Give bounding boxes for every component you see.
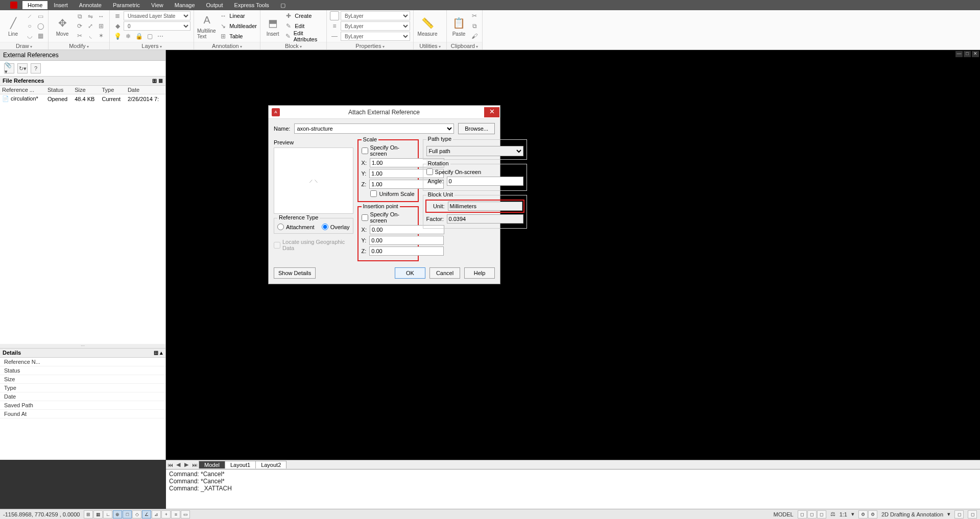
tab-layout1[interactable]: Layout1 (225, 461, 256, 468)
osnap-button[interactable]: □ (123, 510, 132, 518)
canvas-minimize-button[interactable]: — (955, 51, 963, 57)
xref-refresh-button[interactable]: ↻▾ (17, 63, 28, 73)
utilities-panel-title[interactable]: Utilities (414, 42, 446, 50)
linetype-select[interactable]: ByLayer (341, 32, 410, 41)
menu-tab-output[interactable]: Output (201, 1, 228, 9)
canvas-close-button[interactable]: ✕ (972, 51, 979, 57)
col-date[interactable]: Date (126, 86, 165, 94)
layer-state-select[interactable]: Unsaved Layer State (124, 11, 190, 20)
arc-icon[interactable]: ◡ (25, 31, 34, 40)
status-btn-3[interactable]: ◻ (817, 510, 826, 518)
properties-panel-title[interactable]: Properties (327, 42, 413, 50)
measure-button[interactable]: 📏Measure (417, 12, 438, 40)
line-button[interactable]: ╱Line (3, 12, 23, 40)
help-button[interactable]: Help (464, 267, 495, 279)
xref-table[interactable]: Reference ... Status Size Type Date 📄 ci… (0, 86, 165, 336)
ok-button[interactable]: OK (395, 267, 425, 279)
menu-tab-manage[interactable]: Manage (170, 1, 200, 9)
tab-model[interactable]: Model (199, 461, 225, 468)
draw-panel-title[interactable]: Draw (0, 42, 48, 50)
insert-button[interactable]: ⬒Insert (264, 12, 282, 40)
menu-tab-home[interactable]: Home (22, 1, 47, 9)
trim-icon[interactable]: ✂ (75, 31, 84, 40)
ortho-button[interactable]: ∟ (103, 510, 112, 518)
mtext-button[interactable]: AMultiline Text (197, 12, 217, 40)
menu-tab-express[interactable]: Express Tools (229, 1, 274, 9)
layer-lock-icon[interactable]: 🔒 (134, 32, 144, 41)
command-line[interactable]: Command: *Cancel* Command: *Cancel* Comm… (166, 469, 980, 510)
tab-prev-button[interactable]: ◀ (174, 461, 182, 468)
model-space-label[interactable]: MODEL (774, 511, 794, 517)
anno-scale[interactable]: 1:1 (840, 511, 847, 517)
move-button[interactable]: ✥Move (52, 12, 73, 40)
layer-current-select[interactable]: 0 (124, 21, 190, 31)
insertion-z-input[interactable] (369, 246, 444, 256)
dyn-button[interactable]: + (161, 510, 171, 518)
menu-tab-insert[interactable]: Insert (49, 1, 73, 9)
array-icon[interactable]: ⊞ (97, 21, 106, 31)
snap-button[interactable]: ⊞ (84, 510, 93, 518)
mirror-icon[interactable]: ⇋ (86, 12, 95, 21)
col-type[interactable]: Type (100, 86, 125, 94)
lineweight-select[interactable]: ByLayer (341, 21, 410, 31)
linetype-icon[interactable]: — (330, 32, 339, 41)
layout-hscroll[interactable] (432, 461, 980, 469)
xref-help-button[interactable]: ? (31, 63, 41, 73)
layerprop-icon[interactable]: ≣ (113, 11, 122, 20)
circle-icon[interactable]: ○ (25, 21, 34, 31)
details-view-toggle[interactable]: ⊞ ▴ (154, 350, 163, 356)
layer-off-icon[interactable]: 💡 (113, 32, 122, 41)
scale-specify-checkbox[interactable]: Specify On-screen (362, 144, 415, 157)
block-editattr-button[interactable]: ✎Edit Attributes (284, 32, 323, 41)
block-panel-title[interactable]: Block (260, 42, 326, 50)
copy-clip-icon[interactable]: ⧉ (470, 21, 479, 31)
block-edit-button[interactable]: ✎Edit (284, 21, 323, 31)
status-btn-6[interactable]: ◻ (954, 510, 964, 518)
ellipse-icon[interactable]: ◯ (36, 21, 45, 31)
paste-button[interactable]: 📋Paste (450, 12, 468, 40)
status-btn-4[interactable]: ⚙ (858, 510, 868, 518)
xref-splitter[interactable]: ⋯ (0, 344, 165, 348)
status-btn-2[interactable]: ◻ (807, 510, 817, 518)
linear-dim-button[interactable]: ↔Linear (219, 11, 257, 20)
menu-tab-view[interactable]: View (146, 1, 169, 9)
col-reference[interactable]: Reference ... (0, 86, 45, 94)
anno-scale-icon[interactable]: ⚖ (830, 511, 835, 517)
ducs-button[interactable]: ⊿ (152, 510, 161, 518)
show-details-button[interactable]: Show Details (274, 267, 316, 279)
name-select[interactable]: axon-structure (294, 123, 454, 134)
col-status[interactable]: Status (45, 86, 73, 94)
path-type-select[interactable]: Full path (426, 146, 523, 156)
match-icon[interactable]: 🖌 (470, 32, 479, 41)
annotation-panel-title[interactable]: Annotation (194, 42, 260, 50)
lineweight-icon[interactable]: ≡ (330, 21, 339, 31)
tab-first-button[interactable]: ⏮ (166, 462, 174, 468)
layers-panel-title[interactable]: Layers (110, 42, 194, 50)
cut-icon[interactable]: ✂ (470, 11, 479, 20)
lwt-button[interactable]: ≡ (171, 510, 180, 518)
attachment-radio[interactable]: Attachment (277, 224, 315, 230)
rect-icon[interactable]: ▭ (36, 12, 45, 21)
polyline-icon[interactable]: ⟋ (25, 12, 34, 21)
xref-hscroll[interactable] (0, 336, 165, 344)
browse-button[interactable]: Browse... (458, 123, 495, 134)
menu-tab-parametric[interactable]: Parametric (108, 1, 145, 9)
tab-next-button[interactable]: ▶ (182, 461, 190, 468)
xref-attach-button[interactable]: 📎▾ (4, 63, 14, 73)
uniform-scale-checkbox[interactable]: Uniform Scale (362, 190, 415, 197)
xref-view-toggle[interactable]: ⊞ ≣ (152, 78, 163, 84)
explode-icon[interactable]: ✶ (97, 31, 106, 40)
tab-layout2[interactable]: Layout2 (255, 461, 286, 468)
stretch-icon[interactable]: ↔ (97, 12, 106, 21)
table-row[interactable]: 📄 circulation* Opened 48.4 KB Current 2/… (0, 94, 165, 104)
workspace-label[interactable]: 2D Drafting & Annotation (881, 511, 943, 517)
menu-tab-extra[interactable]: ▢ (275, 1, 291, 10)
color-select[interactable]: ByLayer (341, 11, 410, 20)
block-create-button[interactable]: ✚Create (284, 11, 323, 20)
modify-panel-title[interactable]: Modify (49, 42, 109, 50)
layer-icon[interactable]: ◆ (113, 21, 122, 31)
canvas-maximize-button[interactable]: □ (964, 51, 971, 57)
status-btn-5[interactable]: ⚙ (868, 510, 877, 518)
status-btn-1[interactable]: ◻ (798, 510, 807, 518)
insertion-specify-checkbox[interactable]: Specify On-screen (362, 211, 415, 224)
